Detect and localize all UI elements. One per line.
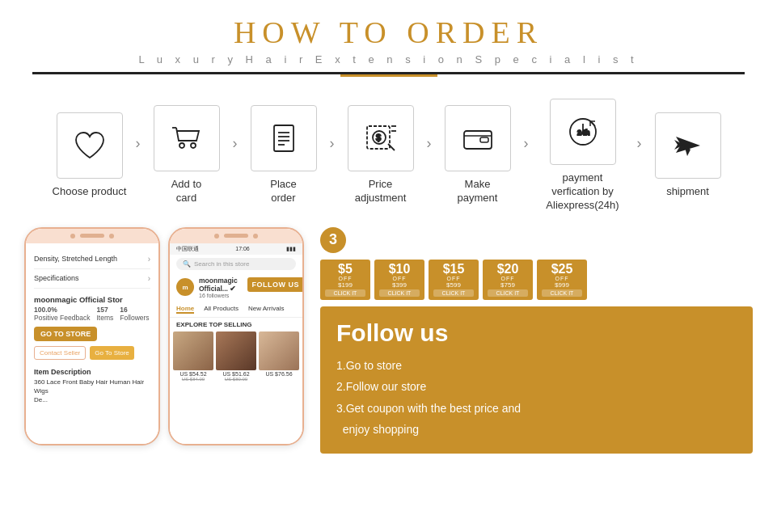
step-make-payment: Makepayment — [433, 105, 522, 205]
coupon-25-off: OFF — [542, 276, 582, 281]
phones-area: Density, Stretched Length › Specificatio… — [24, 227, 304, 454]
phone-1-specs-arrow: › — [148, 274, 150, 283]
step-shipment-label: shipment — [666, 185, 709, 199]
coupon-10[interactable]: $10 OFF $399 CLICK IT — [374, 260, 424, 300]
search-icon: 🔍 — [183, 260, 191, 268]
coupon-20-click: CLICK IT — [488, 289, 528, 297]
arrow-1: › — [136, 135, 141, 152]
product-item-2[interactable]: US $51.62 US $80.00 — [216, 331, 256, 382]
svg-point-2 — [191, 143, 196, 148]
coupon-15-click: CLICK IT — [433, 289, 474, 297]
phone-2-speaker — [224, 234, 248, 238]
price-icon: $ — [362, 120, 399, 157]
cart-icon — [168, 120, 205, 157]
header: HOW TO ORDER L u x u r y H a i r E x t e… — [0, 0, 777, 81]
product-3-price: US $76.56 — [259, 371, 299, 377]
coupon-15-off: OFF — [433, 276, 474, 281]
step-choose-product-label: Choose product — [53, 185, 127, 199]
coupon-15[interactable]: $15 OFF $599 CLICK IT — [429, 260, 479, 300]
product-2-orig: US $80.00 — [216, 377, 256, 382]
svg-rect-14 — [464, 131, 492, 149]
coupon-5-off: OFF — [325, 276, 365, 281]
nav-new-arrivals[interactable]: New Arrivals — [248, 305, 284, 314]
add-to-card-icon-box — [154, 105, 220, 171]
step-price-adjustment: $ Priceadjustment — [336, 105, 425, 205]
page-title: HOW TO ORDER — [0, 15, 777, 50]
right-panel: 3 $5 OFF $199 CLICK IT $10 OFF $399 CLIC… — [320, 227, 753, 454]
coupon-25-click: CLICK IT — [542, 289, 582, 297]
phone-1-item-desc-label: Item Description — [34, 368, 150, 376]
phone-1-btn-row: Contact Seller Go To Store — [34, 346, 150, 360]
coupon-20-off: OFF — [488, 276, 528, 281]
phone-2-store-header-info: moonmagic Official... ✔ 16 followers — [199, 277, 252, 298]
nav-home[interactable]: Home — [176, 305, 194, 314]
step-add-to-card: Add tocard — [142, 105, 231, 205]
phone-2-statusbar: 中国联通 17:06 ▮▮▮ — [170, 243, 302, 255]
phone-1-store-name: moonmagic Official Stor — [34, 295, 150, 304]
follow-us-title: Follow us — [336, 319, 737, 347]
follow-us-item-3: 3.Get coupon with the best price and enj… — [336, 398, 737, 441]
nav-all-products[interactable]: All Products — [204, 305, 239, 314]
product-item-1[interactable]: US $54.52 US $84.00 — [173, 331, 213, 382]
phone-1-store-info: moonmagic Official Stor 100.0%Positive F… — [34, 295, 150, 360]
coupon-5-price: $199 — [325, 281, 365, 289]
svg-text:$: $ — [376, 133, 381, 142]
arrow-6: › — [637, 135, 642, 152]
phone-2-nav: Home All Products New Arrivals — [170, 302, 302, 318]
contact-seller-button[interactable]: Contact Seller — [34, 346, 86, 360]
product-grid: US $54.52 US $84.00 US $51.62 US $80.00 … — [170, 331, 302, 382]
price-adjustment-icon-box: $ — [348, 105, 414, 171]
coupon-25[interactable]: $25 OFF $999 CLICK IT — [537, 260, 587, 300]
product-item-3[interactable]: US $76.56 — [259, 331, 299, 382]
list-icon — [265, 120, 302, 157]
wallet-icon — [459, 120, 496, 157]
svg-rect-15 — [480, 137, 488, 142]
step-place-order-label: Placeorder — [270, 178, 297, 205]
phone-1-screen: Density, Stretched Length › Specificatio… — [26, 243, 158, 444]
coupon-25-discount: $25 — [542, 263, 582, 276]
phone-1-specs-label: Specifications — [34, 274, 79, 282]
follow-us-item-2: 2.Follow our store — [336, 376, 737, 398]
step-payment-verification-label: paymentverfication byAliexpress(24h) — [546, 171, 619, 213]
phone-1-item-desc-text: 360 Lace Front Baby Hair Human Hair Wigs… — [34, 378, 150, 405]
step3-header: 3 — [320, 227, 753, 253]
phone-1-row-density: Density, Stretched Length › — [34, 250, 150, 269]
heart-icon — [71, 127, 108, 164]
phone-1-followers: 16Followers — [120, 306, 149, 322]
phone-1-camera — [70, 234, 75, 239]
coupon-10-click: CLICK IT — [379, 289, 420, 297]
phone-1-density-arrow: › — [148, 255, 150, 264]
product-1-price: US $54.52 — [173, 371, 213, 377]
phone-1-content: Density, Stretched Length › Specificatio… — [26, 243, 158, 412]
phone-1-items: 157Items — [96, 306, 113, 322]
follow-us-panel: Follow us 1.Go to store 2.Follow our sto… — [320, 306, 753, 454]
coupon-bar: $5 OFF $199 CLICK IT $10 OFF $399 CLICK … — [320, 260, 753, 300]
coupon-10-off: OFF — [379, 276, 420, 281]
shipment-icon-box — [655, 112, 721, 179]
place-order-icon-box — [251, 105, 317, 171]
coupon-20[interactable]: $20 OFF $759 CLICK IT — [483, 260, 533, 300]
coupon-5[interactable]: $5 OFF $199 CLICK IT — [320, 260, 370, 300]
step-add-to-card-label: Add tocard — [171, 178, 202, 205]
product-1-orig: US $84.00 — [173, 377, 213, 382]
svg-point-1 — [179, 143, 184, 148]
phone-2-screen: 中国联通 17:06 ▮▮▮ 🔍 Search in this store m … — [170, 243, 302, 444]
follow-us-list: 1.Go to store 2.Follow our store 3.Get c… — [336, 355, 737, 441]
choose-product-icon-box — [57, 112, 123, 179]
arrow-5: › — [524, 135, 529, 152]
make-payment-icon-box — [445, 105, 511, 171]
svg-rect-3 — [274, 125, 293, 151]
go-to-store-button[interactable]: Go To Store — [90, 346, 134, 360]
plane-icon — [669, 127, 707, 164]
page-subtitle: L u x u r y H a i r E x t e n s i o n S … — [0, 53, 777, 65]
phone-2-search-bar[interactable]: 🔍 Search in this store — [176, 258, 296, 270]
step3-badge: 3 — [320, 227, 346, 253]
phone-2-carrier: 中国联通 — [176, 245, 199, 253]
follow-us-badge: FOLLOW US — [247, 277, 305, 292]
phone-2-battery: ▮▮▮ — [286, 246, 296, 252]
phone-1-camera-2 — [109, 234, 114, 239]
coupon-15-price: $599 — [433, 281, 474, 289]
bottom-section: Density, Stretched Length › Specificatio… — [0, 227, 777, 454]
phone-1-feedback: 100.0%Positive Feedback — [34, 306, 90, 322]
go-to-store-badge[interactable]: GO TO STORE — [34, 327, 97, 341]
